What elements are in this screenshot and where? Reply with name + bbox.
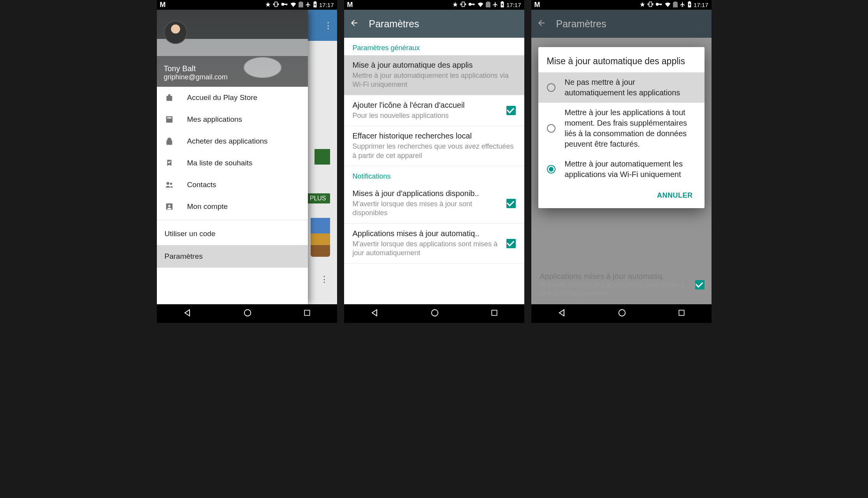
setting-title: Applications mises à jour automatiq.. bbox=[540, 272, 690, 281]
vibrate-icon bbox=[273, 1, 279, 9]
drawer-item-label: Utiliser un code bbox=[165, 230, 216, 238]
m-logo-icon: M bbox=[534, 1, 540, 9]
nav-back-icon[interactable] bbox=[183, 308, 192, 319]
svg-rect-12 bbox=[471, 4, 474, 5]
svg-rect-4 bbox=[167, 117, 171, 119]
drawer-item-label: Mon compte bbox=[187, 202, 228, 211]
system-nav-bar bbox=[157, 304, 337, 323]
svg-point-0 bbox=[281, 3, 285, 6]
wifi-icon bbox=[477, 2, 484, 8]
checkbox-icon[interactable] bbox=[506, 106, 516, 115]
star-icon bbox=[452, 2, 458, 9]
svg-rect-20 bbox=[679, 310, 684, 315]
system-nav-bar bbox=[344, 304, 524, 323]
battery-charging-icon bbox=[313, 1, 317, 9]
bg-install-button bbox=[315, 149, 330, 165]
radio-option-never[interactable]: Ne pas mettre à jour automatiquement les… bbox=[538, 72, 705, 103]
svg-point-16 bbox=[656, 3, 659, 6]
drawer-item-account[interactable]: Mon compte bbox=[157, 196, 308, 217]
status-bar: M 17:17 bbox=[344, 0, 524, 10]
overflow-menu-icon[interactable]: ⋮ bbox=[324, 21, 332, 31]
nav-recent-icon[interactable] bbox=[678, 309, 685, 318]
key-icon bbox=[655, 2, 662, 8]
setting-subtitle: Pour les nouvelles applications bbox=[353, 111, 501, 120]
drawer-item-label: Acheter des applications bbox=[187, 137, 268, 146]
navigation-drawer: Tony Balt griphine@gmail.com Accueil du … bbox=[157, 10, 308, 304]
nav-recent-icon[interactable] bbox=[303, 309, 311, 318]
settings-screen: Paramètres Paramètres généraux Mise à jo… bbox=[344, 10, 524, 304]
cancel-button[interactable]: ANNULER bbox=[653, 188, 697, 203]
status-time: 17:17 bbox=[319, 2, 334, 8]
nav-home-icon[interactable] bbox=[243, 309, 252, 319]
nav-home-icon[interactable] bbox=[618, 309, 626, 319]
wifi-icon bbox=[290, 2, 297, 8]
svg-rect-3 bbox=[166, 116, 172, 123]
svg-point-8 bbox=[168, 205, 170, 207]
nav-recent-icon[interactable] bbox=[490, 309, 498, 318]
phone-3: M 17:17 Paramètres Applications mises à … bbox=[531, 0, 712, 323]
checkbox-icon[interactable] bbox=[506, 199, 516, 208]
nav-back-icon[interactable] bbox=[370, 308, 379, 319]
user-name: Tony Balt bbox=[164, 64, 301, 73]
drawer-header[interactable]: Tony Balt griphine@gmail.com bbox=[157, 10, 308, 87]
apps-icon bbox=[165, 115, 174, 124]
drawer-item-shop[interactable]: Acheter des applications bbox=[157, 130, 308, 152]
setting-clear-history[interactable]: Effacer historique recherches local Supp… bbox=[344, 126, 524, 166]
drawer-item-my-apps[interactable]: Mes applications bbox=[157, 109, 308, 130]
drawer-item-settings[interactable]: Paramètres bbox=[157, 245, 308, 268]
setting-title: Mise à jour automatique des applis bbox=[353, 61, 516, 70]
drawer-item-redeem[interactable]: Utiliser un code bbox=[157, 223, 308, 245]
radio-icon bbox=[547, 83, 555, 92]
star-icon bbox=[640, 2, 645, 9]
setting-auto-update[interactable]: Mise à jour automatique des applis Mettr… bbox=[344, 55, 524, 95]
setting-title: Mises à jour d'applications disponib.. bbox=[353, 189, 501, 198]
bag-icon bbox=[165, 93, 174, 102]
back-arrow-icon[interactable] bbox=[350, 18, 359, 29]
radio-label: Mettre à jour les applications à tout mo… bbox=[565, 107, 696, 149]
avatar[interactable] bbox=[164, 21, 187, 44]
phone-1: M 17:17 ⋮ s PLUS ⋮ Tony Balt bbox=[157, 0, 337, 323]
setting-apps-auto-updated[interactable]: Applications mises à jour automatiq.. M'… bbox=[344, 224, 524, 264]
svg-rect-15 bbox=[492, 310, 497, 315]
status-bar: M 17:17 bbox=[531, 0, 712, 10]
behind-setting-row: Applications mises à jour automatiq.. M'… bbox=[540, 272, 705, 297]
overflow-menu-icon-2[interactable]: ⋮ bbox=[320, 274, 329, 284]
drawer-item-wishlist[interactable]: Ma liste de souhaits bbox=[157, 152, 308, 174]
drawer-item-contacts[interactable]: Contacts bbox=[157, 174, 308, 196]
checkbox-icon bbox=[695, 280, 705, 289]
drawer-item-home[interactable]: Accueil du Play Store bbox=[157, 87, 308, 109]
vibrate-icon bbox=[460, 1, 466, 9]
setting-add-icon[interactable]: Ajouter l'icône à l'écran d'accueil Pour… bbox=[344, 95, 524, 126]
setting-title: Applications mises à jour automatiq.. bbox=[353, 229, 501, 238]
section-header-general: Paramètres généraux bbox=[344, 38, 524, 55]
svg-point-6 bbox=[170, 183, 172, 185]
svg-point-14 bbox=[432, 310, 438, 316]
radio-label: Ne pas mettre à jour automatiquement les… bbox=[565, 77, 696, 98]
nav-home-icon[interactable] bbox=[430, 309, 439, 319]
airplane-icon bbox=[680, 2, 685, 9]
nav-back-icon[interactable] bbox=[557, 308, 566, 319]
svg-rect-17 bbox=[658, 4, 662, 5]
radio-option-wifi[interactable]: Mettre à jour automatiquement les applic… bbox=[538, 154, 705, 184]
dialog-actions: ANNULER bbox=[538, 184, 705, 204]
svg-point-11 bbox=[469, 3, 472, 6]
battery-charging-icon bbox=[500, 1, 504, 9]
airplane-icon bbox=[492, 2, 498, 9]
status-time: 17:17 bbox=[506, 2, 521, 8]
setting-updates-available[interactable]: Mises à jour d'applications disponib.. M… bbox=[344, 184, 524, 224]
drawer-items: Accueil du Play Store Mes applications A… bbox=[157, 87, 308, 304]
dialog-auto-update: Mise à jour automatique des applis Ne pa… bbox=[538, 47, 705, 208]
svg-rect-10 bbox=[305, 310, 310, 315]
dialog-title: Mise à jour automatique des applis bbox=[538, 47, 705, 72]
drawer-item-label: Mes applications bbox=[187, 115, 242, 124]
drawer-item-label: Ma liste de souhaits bbox=[187, 159, 253, 167]
setting-subtitle: Supprimer les recherches que vous avez e… bbox=[353, 142, 516, 160]
back-arrow-icon bbox=[537, 18, 546, 29]
page-title: Paramètres bbox=[369, 18, 419, 30]
radio-option-anytime[interactable]: Mettre à jour les applications à tout mo… bbox=[538, 103, 705, 154]
m-logo-icon: M bbox=[160, 1, 166, 9]
key-icon bbox=[281, 2, 288, 8]
page-title: Paramètres bbox=[556, 18, 606, 30]
checkbox-icon[interactable] bbox=[506, 239, 516, 248]
radio-label: Mettre à jour automatiquement les applic… bbox=[565, 159, 696, 180]
